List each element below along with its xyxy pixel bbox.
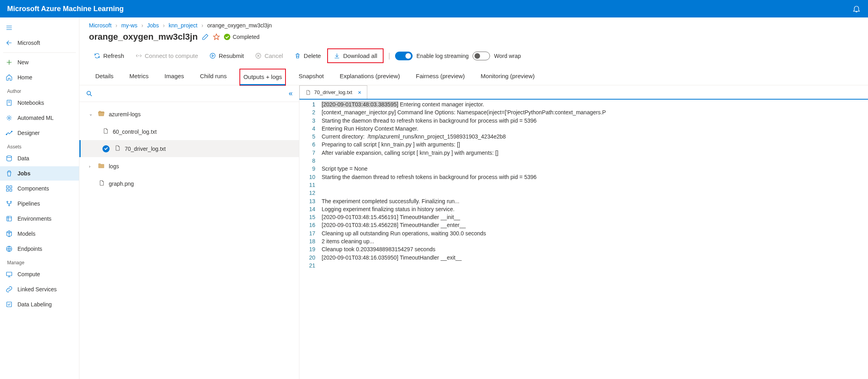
- download-all-button[interactable]: Download all: [329, 50, 382, 62]
- refresh-button[interactable]: Refresh: [89, 50, 129, 62]
- code-area[interactable]: 1[2020-09-01T03:48:03.383595] Entering c…: [299, 100, 868, 379]
- sidebar-models[interactable]: Models: [0, 227, 79, 241]
- tree-folder-logs[interactable]: › logs: [79, 157, 299, 175]
- code-line: 17Cleaning up all outstanding Run operat…: [299, 229, 868, 237]
- svg-point-18: [87, 91, 91, 95]
- sidebar-environments[interactable]: Environments: [0, 212, 79, 226]
- sidebar-home[interactable]: Home: [0, 70, 79, 85]
- divider: [3, 52, 76, 53]
- sidebar-data[interactable]: Data: [0, 151, 79, 165]
- success-check-icon: [224, 34, 230, 40]
- sidebar-linked[interactable]: Linked Services: [0, 282, 79, 296]
- toggle-switch-on[interactable]: [395, 52, 413, 60]
- close-icon[interactable]: ×: [358, 89, 361, 96]
- sidebar-endpoints[interactable]: Endpoints: [0, 242, 79, 256]
- log-streaming-toggle[interactable]: Enable log streaming: [395, 52, 469, 60]
- tree-label: graph.png: [109, 181, 134, 187]
- tab-monitoring[interactable]: Monitoring (preview): [478, 69, 538, 85]
- tab-outputs-logs[interactable]: Outputs + logs: [239, 69, 286, 86]
- status-badge: Completed: [224, 34, 260, 40]
- app-title: Microsoft Azure Machine Learning: [7, 5, 123, 13]
- tab-metrics[interactable]: Metrics: [126, 69, 152, 85]
- code-line: 8: [299, 157, 868, 165]
- breadcrumb-link[interactable]: Microsoft: [89, 22, 112, 29]
- content-row: « ⌄ azureml-logs 60_control_log.txt: [79, 85, 868, 379]
- toggle-switch-off[interactable]: [473, 52, 490, 60]
- delete-button[interactable]: Delete: [289, 50, 326, 62]
- code-line: 1[2020-09-01T03:48:03.383595] Entering c…: [299, 100, 868, 108]
- chevron-right-icon: ›: [116, 22, 118, 29]
- tree-label: logs: [109, 163, 119, 169]
- tab-images[interactable]: Images: [161, 69, 187, 85]
- svg-rect-5: [6, 186, 8, 188]
- word-wrap-toggle[interactable]: Word wrap: [473, 52, 521, 60]
- sidebar-components[interactable]: Components: [0, 181, 79, 196]
- sidebar-label: Models: [17, 231, 35, 237]
- breadcrumb-link[interactable]: Jobs: [147, 22, 159, 29]
- resubmit-button[interactable]: Resubmit: [204, 50, 249, 62]
- search-icon[interactable]: [86, 90, 93, 97]
- tree-label: 60_control_log.txt: [113, 129, 157, 135]
- action-label: Connect to compute: [145, 52, 198, 59]
- back-label: Microsoft: [17, 40, 40, 46]
- cancel-button: Cancel: [250, 50, 288, 62]
- sidebar-pipelines[interactable]: Pipelines: [0, 196, 79, 211]
- code-line: 3Starting the daemon thread to refresh t…: [299, 117, 868, 125]
- edit-icon[interactable]: [202, 33, 209, 40]
- tab-details[interactable]: Details: [92, 69, 117, 85]
- tree-file-70-driver-log[interactable]: 70_driver_log.txt: [79, 140, 299, 157]
- code-line: 15[2020-09-01T03:48:15.456191] TimeoutHa…: [299, 213, 868, 221]
- sidebar-label: Linked Services: [17, 286, 57, 292]
- action-label: Cancel: [264, 52, 283, 59]
- code-line: 6Preparing to call script [ knn_train.py…: [299, 140, 868, 148]
- sidebar-label: Endpoints: [17, 246, 42, 252]
- svg-point-9: [7, 201, 8, 202]
- sidebar-notebooks[interactable]: Notebooks: [0, 96, 79, 110]
- collapse-icon[interactable]: «: [289, 89, 293, 98]
- sidebar-label: Notebooks: [17, 100, 44, 106]
- breadcrumb-link[interactable]: my-ws: [121, 22, 137, 29]
- file-panel-toolbar: «: [79, 85, 299, 102]
- editor-tab-bar: 70_driver_log.txt ×: [299, 85, 868, 100]
- sidebar-designer[interactable]: Designer: [0, 126, 79, 140]
- back-link[interactable]: Microsoft: [0, 36, 79, 50]
- tree-folder-azureml-logs[interactable]: ⌄ azureml-logs: [79, 105, 299, 123]
- tree-file-graph-png[interactable]: graph.png: [79, 175, 299, 192]
- sidebar-label: Automated ML: [17, 115, 54, 121]
- svg-rect-8: [10, 189, 12, 191]
- new-button[interactable]: New: [0, 55, 79, 69]
- code-line: 182 items cleaning up...: [299, 237, 868, 245]
- tab-fairness[interactable]: Fairness (preview): [413, 69, 468, 85]
- editor-tab[interactable]: 70_driver_log.txt ×: [299, 85, 367, 99]
- tab-child-runs[interactable]: Child runs: [197, 69, 230, 85]
- chevron-right-icon: ›: [141, 22, 143, 29]
- section-manage: Manage: [0, 257, 79, 266]
- file-icon: [305, 90, 311, 95]
- tab-snapshot[interactable]: Snapshot: [295, 69, 327, 85]
- breadcrumb-link[interactable]: knn_project: [169, 22, 197, 29]
- hamburger-menu[interactable]: [0, 21, 79, 35]
- code-line: 5Current directory: /tmp/azureml_runs/kn…: [299, 133, 868, 140]
- title-row: orange_oxygen_mw3cl3jn Completed: [79, 30, 868, 46]
- notification-bell-icon[interactable]: [852, 4, 861, 13]
- toggle-label: Enable log streaming: [417, 53, 469, 59]
- file-icon: [114, 145, 121, 152]
- tree-file-60-control-log[interactable]: 60_control_log.txt: [79, 123, 299, 140]
- sidebar-jobs[interactable]: Jobs: [0, 166, 79, 181]
- code-line: 13The experiment completed successfully.…: [299, 197, 868, 205]
- breadcrumb: Microsoft› my-ws› Jobs› knn_project› ora…: [79, 17, 868, 30]
- tab-explanations[interactable]: Explanations (preview): [336, 69, 403, 85]
- section-assets: Assets: [0, 141, 79, 150]
- sidebar-labeling[interactable]: Data Labeling: [0, 297, 79, 312]
- code-line: 4Entering Run History Context Manager.: [299, 125, 868, 133]
- chevron-right-icon: ›: [201, 22, 203, 29]
- code-line: 9Script type = None: [299, 165, 868, 173]
- sidebar-compute[interactable]: Compute: [0, 267, 79, 281]
- code-line: 10Starting the daemon thread to refresh …: [299, 173, 868, 181]
- svg-rect-0: [7, 100, 12, 106]
- sidebar-automl[interactable]: Automated ML: [0, 111, 79, 125]
- action-label: Resubmit: [219, 52, 244, 59]
- sidebar-label: Designer: [17, 130, 40, 136]
- connect-button: Connect to compute: [131, 50, 203, 62]
- star-icon[interactable]: [213, 33, 220, 40]
